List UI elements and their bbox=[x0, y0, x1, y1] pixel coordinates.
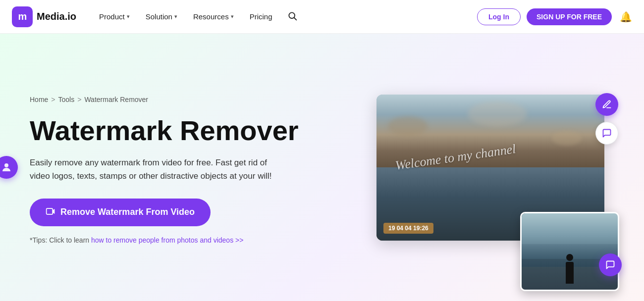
hero-left: Home > Tools > Watermark Remover Waterma… bbox=[30, 53, 347, 281]
svg-rect-3 bbox=[47, 208, 53, 214]
nav-pricing[interactable]: Pricing bbox=[243, 8, 279, 25]
breadcrumb-current: Watermark Remover bbox=[84, 96, 148, 103]
svg-line-1 bbox=[294, 17, 296, 20]
nav-solution-label: Solution bbox=[146, 12, 172, 21]
breadcrumb-sep-2: > bbox=[77, 96, 81, 103]
video-icon bbox=[46, 206, 55, 218]
breadcrumb-tools[interactable]: Tools bbox=[58, 96, 75, 103]
user-notification-icon bbox=[0, 161, 12, 173]
tip-text: *Tips: Click to learn how to remove peop… bbox=[30, 236, 347, 244]
svg-point-2 bbox=[4, 163, 8, 167]
remove-watermark-button[interactable]: Remove Watermark From Video bbox=[30, 199, 211, 226]
hero-right: Welcome to my channel 19 04 04 19:26 bbox=[367, 53, 614, 281]
page-title: Watermark Remover bbox=[30, 115, 347, 146]
tip-link[interactable]: how to remove people from photos and vid… bbox=[91, 236, 243, 244]
signup-button[interactable]: SIGN UP FOR FREE bbox=[527, 8, 612, 25]
tip-prefix: *Tips: Click to learn bbox=[30, 236, 91, 244]
navbar: m Media.io Product ▾ Solution ▾ Resource… bbox=[0, 0, 644, 34]
nav-product[interactable]: Product ▾ bbox=[92, 8, 137, 25]
breadcrumb-sep-1: > bbox=[51, 96, 55, 103]
breadcrumb-home[interactable]: Home bbox=[30, 96, 48, 103]
breadcrumb: Home > Tools > Watermark Remover bbox=[30, 96, 347, 103]
hero-description: Easily remove any watermark from video f… bbox=[30, 156, 287, 183]
nav-solution[interactable]: Solution ▾ bbox=[139, 8, 184, 25]
fab-message-button[interactable] bbox=[599, 253, 622, 276]
nav-pricing-label: Pricing bbox=[250, 12, 272, 21]
nav-resources[interactable]: Resources ▾ bbox=[186, 8, 241, 25]
nav-product-label: Product bbox=[99, 12, 125, 21]
cta-label: Remove Watermark From Video bbox=[60, 207, 195, 217]
video-preview-secondary bbox=[520, 212, 619, 291]
nav-right: Log In SIGN UP FOR FREE 🔔 bbox=[477, 8, 632, 25]
fab-edit-button[interactable] bbox=[595, 93, 618, 116]
timestamp-badge: 19 04 04 19:26 bbox=[383, 223, 433, 234]
logo-icon: m bbox=[12, 6, 33, 27]
nav-links: Product ▾ Solution ▾ Resources ▾ Pricing bbox=[92, 7, 477, 27]
nav-resources-label: Resources bbox=[193, 12, 229, 21]
logo[interactable]: m Media.io bbox=[12, 6, 76, 27]
chevron-down-icon: ▾ bbox=[231, 13, 234, 20]
logo-text: Media.io bbox=[37, 11, 76, 22]
hero-section: Home > Tools > Watermark Remover Waterma… bbox=[0, 34, 644, 301]
search-icon bbox=[287, 11, 297, 21]
chevron-down-icon: ▾ bbox=[174, 13, 177, 20]
message-square-icon bbox=[605, 260, 615, 270]
search-button[interactable] bbox=[281, 7, 303, 27]
chevron-down-icon: ▾ bbox=[127, 13, 130, 20]
notification-avatar-bubble[interactable] bbox=[0, 156, 18, 179]
login-button[interactable]: Log In bbox=[477, 8, 521, 25]
notification-bell-icon[interactable]: 🔔 bbox=[620, 11, 632, 23]
fab-chat-button[interactable] bbox=[595, 122, 618, 145]
chat-icon bbox=[602, 128, 612, 138]
edit-icon bbox=[602, 100, 612, 109]
